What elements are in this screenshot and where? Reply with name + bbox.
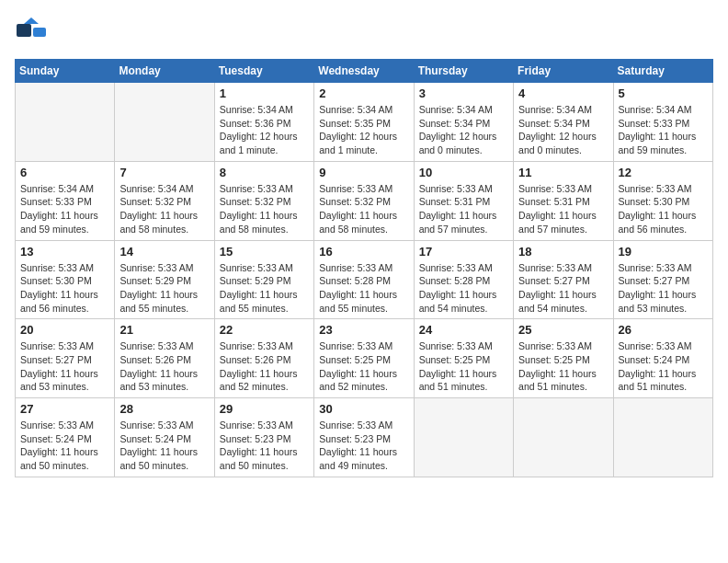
day-info: Sunrise: 5:33 AM Sunset: 5:28 PM Dayligh… bbox=[419, 261, 508, 316]
calendar-cell: 29Sunrise: 5:33 AM Sunset: 5:23 PM Dayli… bbox=[214, 398, 313, 477]
day-number: 10 bbox=[419, 166, 508, 179]
weekday-header-row: SundayMondayTuesdayWednesdayThursdayFrid… bbox=[16, 60, 713, 83]
calendar-cell: 19Sunrise: 5:33 AM Sunset: 5:27 PM Dayli… bbox=[613, 240, 712, 319]
svg-rect-0 bbox=[17, 24, 31, 37]
day-number: 24 bbox=[419, 323, 508, 337]
calendar-cell: 21Sunrise: 5:33 AM Sunset: 5:26 PM Dayli… bbox=[115, 319, 214, 398]
calendar-cell: 9Sunrise: 5:33 AM Sunset: 5:32 PM Daylig… bbox=[314, 161, 414, 240]
logo bbox=[15, 15, 53, 50]
calendar-cell: 23Sunrise: 5:33 AM Sunset: 5:25 PM Dayli… bbox=[314, 319, 414, 398]
day-number: 14 bbox=[119, 245, 209, 259]
day-info: Sunrise: 5:33 AM Sunset: 5:26 PM Dayligh… bbox=[220, 339, 309, 394]
calendar-cell bbox=[514, 398, 613, 477]
day-info: Sunrise: 5:33 AM Sunset: 5:31 PM Dayligh… bbox=[518, 182, 608, 236]
day-number: 21 bbox=[119, 323, 209, 337]
calendar-table: SundayMondayTuesdayWednesdayThursdayFrid… bbox=[15, 59, 713, 477]
day-number: 23 bbox=[319, 323, 408, 337]
day-info: Sunrise: 5:33 AM Sunset: 5:32 PM Dayligh… bbox=[220, 182, 309, 236]
calendar-cell: 15Sunrise: 5:33 AM Sunset: 5:29 PM Dayli… bbox=[214, 240, 313, 319]
day-number: 30 bbox=[319, 402, 408, 416]
calendar-cell: 18Sunrise: 5:33 AM Sunset: 5:27 PM Dayli… bbox=[514, 240, 613, 319]
day-number: 9 bbox=[319, 166, 408, 179]
day-info: Sunrise: 5:33 AM Sunset: 5:29 PM Dayligh… bbox=[119, 261, 209, 316]
day-number: 29 bbox=[220, 402, 309, 416]
day-info: Sunrise: 5:34 AM Sunset: 5:36 PM Dayligh… bbox=[220, 103, 309, 157]
day-number: 22 bbox=[220, 323, 309, 337]
calendar-week-row: 20Sunrise: 5:33 AM Sunset: 5:27 PM Dayli… bbox=[16, 319, 713, 398]
calendar-week-row: 1Sunrise: 5:34 AM Sunset: 5:36 PM Daylig… bbox=[16, 83, 713, 162]
day-number: 5 bbox=[619, 86, 708, 100]
calendar-week-row: 13Sunrise: 5:33 AM Sunset: 5:30 PM Dayli… bbox=[16, 240, 713, 319]
day-number: 28 bbox=[119, 402, 209, 416]
day-number: 11 bbox=[518, 166, 608, 179]
day-info: Sunrise: 5:33 AM Sunset: 5:24 PM Dayligh… bbox=[119, 419, 209, 473]
calendar-cell: 2Sunrise: 5:34 AM Sunset: 5:35 PM Daylig… bbox=[314, 83, 414, 162]
day-info: Sunrise: 5:33 AM Sunset: 5:23 PM Dayligh… bbox=[220, 419, 309, 473]
calendar-cell bbox=[16, 83, 115, 162]
day-number: 4 bbox=[518, 86, 608, 100]
day-info: Sunrise: 5:33 AM Sunset: 5:25 PM Dayligh… bbox=[419, 339, 508, 394]
weekday-header: Saturday bbox=[613, 60, 712, 83]
calendar-cell: 10Sunrise: 5:33 AM Sunset: 5:31 PM Dayli… bbox=[414, 161, 513, 240]
calendar-cell: 12Sunrise: 5:33 AM Sunset: 5:30 PM Dayli… bbox=[613, 161, 712, 240]
day-number: 18 bbox=[518, 245, 608, 259]
day-number: 3 bbox=[419, 86, 508, 100]
weekday-header: Friday bbox=[514, 60, 613, 83]
day-info: Sunrise: 5:33 AM Sunset: 5:27 PM Dayligh… bbox=[518, 261, 608, 316]
calendar-cell: 4Sunrise: 5:34 AM Sunset: 5:34 PM Daylig… bbox=[514, 83, 613, 162]
day-info: Sunrise: 5:33 AM Sunset: 5:25 PM Dayligh… bbox=[518, 339, 608, 394]
day-number: 20 bbox=[20, 323, 109, 337]
day-info: Sunrise: 5:34 AM Sunset: 5:33 PM Dayligh… bbox=[619, 103, 708, 157]
page-header bbox=[15, 15, 713, 50]
day-number: 16 bbox=[319, 245, 408, 259]
day-info: Sunrise: 5:34 AM Sunset: 5:35 PM Dayligh… bbox=[319, 103, 408, 157]
calendar-cell bbox=[613, 398, 712, 477]
day-info: Sunrise: 5:34 AM Sunset: 5:34 PM Dayligh… bbox=[419, 103, 508, 157]
calendar-cell: 20Sunrise: 5:33 AM Sunset: 5:27 PM Dayli… bbox=[16, 319, 115, 398]
calendar-cell: 13Sunrise: 5:33 AM Sunset: 5:30 PM Dayli… bbox=[16, 240, 115, 319]
calendar-cell: 5Sunrise: 5:34 AM Sunset: 5:33 PM Daylig… bbox=[613, 83, 712, 162]
day-number: 26 bbox=[619, 323, 708, 337]
day-info: Sunrise: 5:34 AM Sunset: 5:32 PM Dayligh… bbox=[119, 182, 209, 236]
day-number: 27 bbox=[20, 402, 109, 416]
calendar-cell: 14Sunrise: 5:33 AM Sunset: 5:29 PM Dayli… bbox=[115, 240, 214, 319]
day-number: 25 bbox=[518, 323, 608, 337]
calendar-cell: 25Sunrise: 5:33 AM Sunset: 5:25 PM Dayli… bbox=[514, 319, 613, 398]
day-info: Sunrise: 5:33 AM Sunset: 5:24 PM Dayligh… bbox=[20, 419, 109, 473]
day-number: 1 bbox=[220, 86, 309, 100]
calendar-week-row: 6Sunrise: 5:34 AM Sunset: 5:33 PM Daylig… bbox=[16, 161, 713, 240]
calendar-cell: 16Sunrise: 5:33 AM Sunset: 5:28 PM Dayli… bbox=[314, 240, 414, 319]
day-info: Sunrise: 5:33 AM Sunset: 5:27 PM Dayligh… bbox=[20, 339, 109, 394]
logo-icon bbox=[15, 15, 50, 50]
calendar-cell: 27Sunrise: 5:33 AM Sunset: 5:24 PM Dayli… bbox=[16, 398, 115, 477]
day-number: 8 bbox=[220, 166, 309, 179]
calendar-cell: 3Sunrise: 5:34 AM Sunset: 5:34 PM Daylig… bbox=[414, 83, 513, 162]
day-info: Sunrise: 5:33 AM Sunset: 5:30 PM Dayligh… bbox=[20, 261, 109, 316]
calendar-cell: 6Sunrise: 5:34 AM Sunset: 5:33 PM Daylig… bbox=[16, 161, 115, 240]
svg-rect-1 bbox=[33, 28, 46, 37]
day-number: 2 bbox=[319, 86, 408, 100]
calendar-cell bbox=[414, 398, 513, 477]
day-info: Sunrise: 5:33 AM Sunset: 5:27 PM Dayligh… bbox=[619, 261, 708, 316]
calendar-cell: 28Sunrise: 5:33 AM Sunset: 5:24 PM Dayli… bbox=[115, 398, 214, 477]
day-info: Sunrise: 5:33 AM Sunset: 5:24 PM Dayligh… bbox=[619, 339, 708, 394]
calendar-cell: 8Sunrise: 5:33 AM Sunset: 5:32 PM Daylig… bbox=[214, 161, 313, 240]
day-info: Sunrise: 5:33 AM Sunset: 5:29 PM Dayligh… bbox=[220, 261, 309, 316]
day-number: 15 bbox=[220, 245, 309, 259]
calendar-cell: 11Sunrise: 5:33 AM Sunset: 5:31 PM Dayli… bbox=[514, 161, 613, 240]
day-info: Sunrise: 5:34 AM Sunset: 5:34 PM Dayligh… bbox=[518, 103, 608, 157]
day-info: Sunrise: 5:33 AM Sunset: 5:32 PM Dayligh… bbox=[319, 182, 408, 236]
calendar-cell: 24Sunrise: 5:33 AM Sunset: 5:25 PM Dayli… bbox=[414, 319, 513, 398]
day-info: Sunrise: 5:33 AM Sunset: 5:30 PM Dayligh… bbox=[619, 182, 708, 236]
calendar-cell bbox=[115, 83, 214, 162]
calendar-cell: 17Sunrise: 5:33 AM Sunset: 5:28 PM Dayli… bbox=[414, 240, 513, 319]
day-info: Sunrise: 5:33 AM Sunset: 5:23 PM Dayligh… bbox=[319, 419, 408, 473]
calendar-cell: 7Sunrise: 5:34 AM Sunset: 5:32 PM Daylig… bbox=[115, 161, 214, 240]
day-info: Sunrise: 5:33 AM Sunset: 5:28 PM Dayligh… bbox=[319, 261, 408, 316]
svg-marker-2 bbox=[24, 17, 39, 24]
day-info: Sunrise: 5:34 AM Sunset: 5:33 PM Dayligh… bbox=[20, 182, 109, 236]
calendar-cell: 1Sunrise: 5:34 AM Sunset: 5:36 PM Daylig… bbox=[214, 83, 313, 162]
calendar-cell: 30Sunrise: 5:33 AM Sunset: 5:23 PM Dayli… bbox=[314, 398, 414, 477]
day-info: Sunrise: 5:33 AM Sunset: 5:25 PM Dayligh… bbox=[319, 339, 408, 394]
day-info: Sunrise: 5:33 AM Sunset: 5:31 PM Dayligh… bbox=[419, 182, 508, 236]
